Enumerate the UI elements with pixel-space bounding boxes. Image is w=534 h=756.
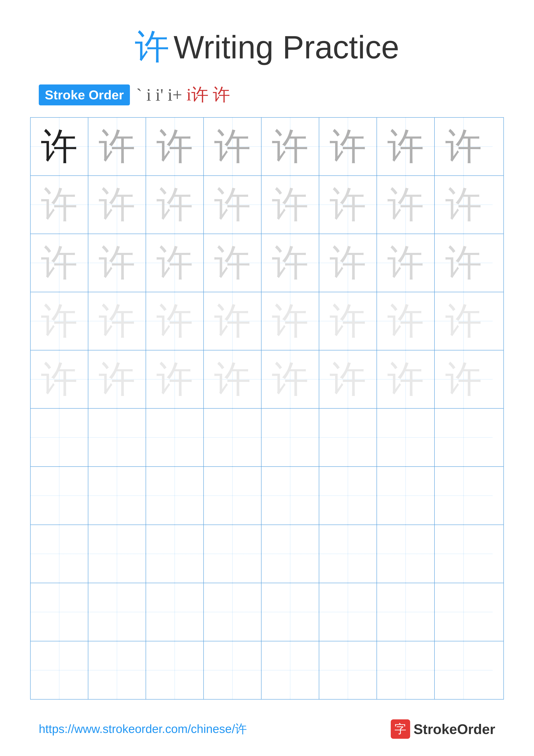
grid-cell[interactable]: 许 bbox=[262, 176, 319, 233]
grid-cell[interactable]: 许 bbox=[146, 176, 204, 233]
grid-cell[interactable]: 许 bbox=[31, 234, 88, 292]
grid-cell[interactable]: 许 bbox=[319, 234, 377, 292]
grid-row: 许许许许许许许许 bbox=[31, 234, 503, 292]
grid-cell[interactable]: 许 bbox=[204, 118, 262, 176]
grid-cell[interactable] bbox=[262, 583, 319, 641]
grid-cell[interactable] bbox=[262, 467, 319, 525]
footer-brand: 字 StrokeOrder bbox=[391, 719, 495, 739]
grid-cell[interactable] bbox=[377, 525, 435, 583]
grid-cell[interactable] bbox=[204, 641, 262, 699]
grid-cell[interactable] bbox=[146, 525, 204, 583]
cell-char: 许 bbox=[214, 303, 251, 339]
cell-char: 许 bbox=[41, 186, 78, 223]
grid-cell[interactable]: 许 bbox=[319, 350, 377, 408]
grid-cell[interactable]: 许 bbox=[204, 234, 262, 292]
grid-cell[interactable] bbox=[88, 467, 146, 525]
grid-cell[interactable] bbox=[204, 525, 262, 583]
grid-cell[interactable]: 许 bbox=[319, 118, 377, 176]
grid-cell[interactable] bbox=[319, 641, 377, 699]
grid-cell[interactable] bbox=[435, 525, 493, 583]
grid-cell[interactable] bbox=[88, 641, 146, 699]
grid-cell[interactable]: 许 bbox=[88, 234, 146, 292]
grid-cell[interactable]: 许 bbox=[31, 118, 88, 176]
grid-cell[interactable]: 许 bbox=[319, 176, 377, 233]
grid-cell[interactable] bbox=[146, 467, 204, 525]
grid-cell[interactable] bbox=[31, 583, 88, 641]
grid-cell[interactable]: 许 bbox=[88, 118, 146, 176]
grid-cell[interactable] bbox=[88, 409, 146, 466]
cell-char: 许 bbox=[387, 245, 424, 281]
grid-cell[interactable]: 许 bbox=[435, 350, 493, 408]
grid-cell[interactable] bbox=[204, 409, 262, 466]
grid-cell[interactable]: 许 bbox=[262, 350, 319, 408]
grid-cell[interactable] bbox=[435, 641, 493, 699]
grid-cell[interactable]: 许 bbox=[435, 234, 493, 292]
grid-cell[interactable] bbox=[377, 641, 435, 699]
grid-cell[interactable] bbox=[435, 583, 493, 641]
grid-cell[interactable]: 许 bbox=[262, 118, 319, 176]
grid-cell[interactable] bbox=[319, 467, 377, 525]
grid-cell[interactable]: 许 bbox=[146, 350, 204, 408]
grid-cell[interactable] bbox=[435, 467, 493, 525]
grid-cell[interactable] bbox=[88, 583, 146, 641]
grid-cell[interactable] bbox=[31, 409, 88, 466]
cell-char: 许 bbox=[156, 303, 193, 339]
grid-cell[interactable]: 许 bbox=[204, 176, 262, 233]
grid-cell[interactable] bbox=[146, 409, 204, 466]
grid-cell[interactable] bbox=[319, 583, 377, 641]
grid-cell[interactable]: 许 bbox=[204, 292, 262, 350]
grid-cell[interactable] bbox=[88, 525, 146, 583]
grid-cell[interactable] bbox=[146, 641, 204, 699]
cell-char: 许 bbox=[156, 361, 193, 398]
grid-cell[interactable]: 许 bbox=[262, 234, 319, 292]
grid-cell[interactable]: 许 bbox=[377, 118, 435, 176]
grid-cell[interactable] bbox=[262, 525, 319, 583]
grid-cell[interactable] bbox=[377, 583, 435, 641]
grid-cell[interactable]: 许 bbox=[31, 292, 88, 350]
grid-cell[interactable] bbox=[262, 409, 319, 466]
practice-grid: 许许许许许许许许许许许许许许许许许许许许许许许许许许许许许许许许许许许许许许许许 bbox=[30, 117, 504, 700]
grid-cell[interactable]: 许 bbox=[435, 176, 493, 233]
cell-char: 许 bbox=[99, 361, 135, 398]
cell-char: 许 bbox=[99, 303, 135, 339]
stroke-3: i' bbox=[156, 85, 164, 105]
grid-cell[interactable] bbox=[319, 409, 377, 466]
stroke-1: ` bbox=[136, 85, 142, 105]
grid-cell[interactable]: 许 bbox=[377, 292, 435, 350]
grid-cell[interactable]: 许 bbox=[435, 292, 493, 350]
grid-cell[interactable]: 许 bbox=[88, 350, 146, 408]
grid-cell[interactable] bbox=[204, 583, 262, 641]
title-char: 许 bbox=[135, 28, 169, 66]
grid-cell[interactable] bbox=[319, 525, 377, 583]
grid-cell[interactable] bbox=[377, 467, 435, 525]
grid-cell[interactable]: 许 bbox=[377, 234, 435, 292]
grid-cell[interactable] bbox=[262, 641, 319, 699]
cell-char: 许 bbox=[214, 128, 251, 165]
grid-cell[interactable] bbox=[31, 641, 88, 699]
cell-char: 许 bbox=[387, 128, 424, 165]
grid-row: 许许许许许许许许 bbox=[31, 350, 503, 409]
grid-cell[interactable]: 许 bbox=[31, 350, 88, 408]
grid-cell[interactable]: 许 bbox=[435, 118, 493, 176]
grid-cell[interactable] bbox=[377, 409, 435, 466]
grid-cell[interactable]: 许 bbox=[146, 118, 204, 176]
grid-cell[interactable]: 许 bbox=[146, 234, 204, 292]
grid-cell[interactable]: 许 bbox=[262, 292, 319, 350]
grid-cell[interactable]: 许 bbox=[88, 292, 146, 350]
grid-cell[interactable] bbox=[146, 583, 204, 641]
grid-cell[interactable]: 许 bbox=[146, 292, 204, 350]
grid-cell[interactable]: 许 bbox=[204, 350, 262, 408]
grid-row: 许许许许许许许许 bbox=[31, 118, 503, 176]
grid-cell[interactable] bbox=[204, 467, 262, 525]
grid-cell[interactable] bbox=[435, 409, 493, 466]
grid-cell[interactable]: 许 bbox=[377, 176, 435, 233]
grid-cell[interactable]: 许 bbox=[319, 292, 377, 350]
grid-cell[interactable]: 许 bbox=[377, 350, 435, 408]
grid-cell[interactable] bbox=[31, 467, 88, 525]
cell-char: 许 bbox=[156, 245, 193, 281]
grid-cell[interactable]: 许 bbox=[31, 176, 88, 233]
grid-cell[interactable]: 许 bbox=[88, 176, 146, 233]
grid-row bbox=[31, 525, 503, 583]
grid-cell[interactable] bbox=[31, 525, 88, 583]
cell-char: 许 bbox=[387, 186, 424, 223]
